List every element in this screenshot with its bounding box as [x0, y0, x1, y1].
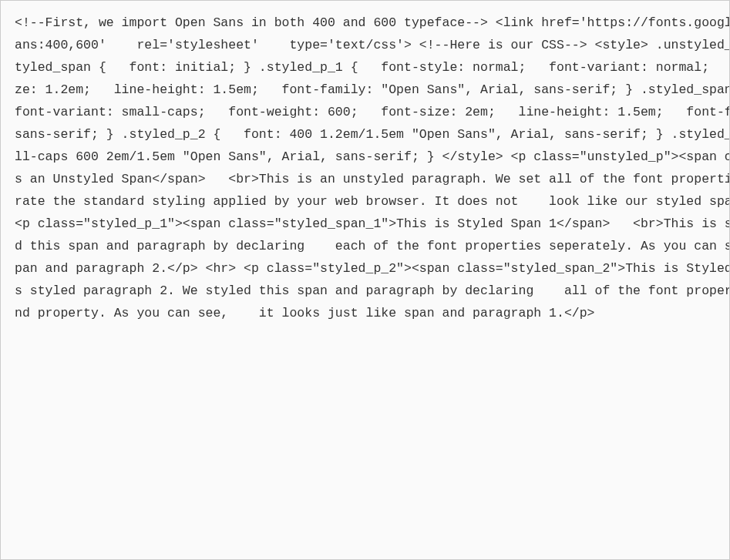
code-snippet-box[interactable]: <!--First, we import Open Sans in both 4…: [0, 0, 730, 560]
code-snippet-text: <!--First, we import Open Sans in both 4…: [15, 12, 730, 324]
